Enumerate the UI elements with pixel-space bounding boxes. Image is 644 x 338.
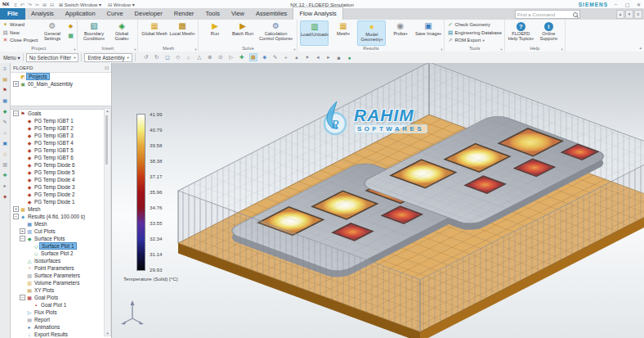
resource-bar-icon[interactable]: ◆ xyxy=(3,109,7,114)
ribbon-mini-button[interactable]: ▦ xyxy=(66,32,74,40)
maximize-button[interactable]: ▢ xyxy=(624,2,631,7)
tree-item-mesh[interactable]: ▦Mesh xyxy=(11,220,105,228)
cut-icon[interactable]: ✂ xyxy=(35,2,39,7)
close-button[interactable]: ✕ xyxy=(635,2,642,7)
toolbar-icon[interactable]: ↺ xyxy=(143,54,150,61)
tab-assemblies[interactable]: Assemblies xyxy=(250,8,293,20)
scrollbar-thumb[interactable] xyxy=(105,115,108,164)
tree-item-volume-parameters[interactable]: ▥Volume Parameters xyxy=(11,279,105,286)
tree-item-point-parameters[interactable]: ＋Point Parameters xyxy=(11,264,105,272)
ribbon-button-run[interactable]: ▶Run xyxy=(201,20,228,44)
ribbon-button-boundary-condition[interactable]: ▧Boundary Condition▾ xyxy=(80,20,107,44)
tree-item-results-4-fld-100-000-s-[interactable]: −◈Results (4.fld, 100.000 s) xyxy=(11,213,105,220)
tree-item-mesh[interactable]: +▦Mesh xyxy=(11,205,105,213)
ribbon-button-engineering-database[interactable]: ▤Engineering Database xyxy=(447,29,501,37)
tab-analysis[interactable]: Analysis xyxy=(25,8,60,20)
tree-item-isosurfaces[interactable]: △Isosurfaces xyxy=(11,257,105,264)
toolbar-icon[interactable]: ◇ xyxy=(175,54,181,61)
search-options-button[interactable]: ≡ xyxy=(634,10,642,19)
toolbar-icon[interactable]: ○ xyxy=(186,55,192,61)
tree-item-xy-plots[interactable]: ▤XY Plots xyxy=(11,286,105,294)
undo-icon[interactable]: ↶ xyxy=(20,2,25,7)
pin-icon[interactable]: ⊡ xyxy=(105,65,109,70)
tree-item-pg-temp-diode-4[interactable]: ◆PG Temp Diode 4 xyxy=(11,176,105,183)
ribbon-button-save-image[interactable]: ▣Save Image▾ xyxy=(414,20,441,44)
resource-bar-icon[interactable]: ▥ xyxy=(2,162,7,167)
toolbar-icon[interactable]: ✎ xyxy=(272,54,279,61)
ribbon-button-probe[interactable]: ◉Probe▾ xyxy=(387,20,414,44)
ribbon-collapse-icon[interactable]: ▴ xyxy=(639,45,642,50)
toolbar-icon[interactable]: △ xyxy=(196,54,203,61)
resource-bar-icon[interactable]: ▦ xyxy=(2,98,7,103)
tree-item-goal-plot-1[interactable]: ▪Goal Plot 1 xyxy=(11,301,105,309)
scroll-down-icon[interactable]: ▼ xyxy=(105,331,110,336)
tree-item-pg-temp-diode-2[interactable]: ◆PG Temp Diode 2 xyxy=(11,191,105,198)
find-command-input[interactable]: Find a Command xyxy=(515,10,580,19)
ribbon-button-new[interactable]: ▤New xyxy=(2,29,38,37)
tree-item-report[interactable]: ▤Report xyxy=(11,316,105,323)
tree-expander-icon[interactable]: − xyxy=(20,295,25,300)
search-next-button[interactable]: ▾ xyxy=(625,10,633,19)
tree-expander-icon[interactable]: − xyxy=(20,236,25,241)
tree-item-pg-temp-igbt-1[interactable]: ◆PG Temp IGBT 1 xyxy=(11,117,105,124)
tree-item-pg-temp-diode-1[interactable]: ◆PG Temp Diode 1 xyxy=(11,198,105,205)
toolbar-icon[interactable]: ⊙ xyxy=(217,54,224,61)
ribbon-button-rom-export[interactable]: ⇗ROM Export▾ xyxy=(447,37,501,44)
ribbon-button-global-goals[interactable]: ◈Global Goals▾ xyxy=(108,20,135,44)
ribbon-button-online-support[interactable]: iOnline Support▾ xyxy=(535,20,562,44)
toolbar-icon[interactable]: ▾ xyxy=(304,54,311,61)
ribbon-button-mesh[interactable]: ▦Mesh▾ xyxy=(329,20,356,44)
tab-file[interactable]: File xyxy=(0,8,25,20)
ribbon-mini-button[interactable]: ◆ xyxy=(66,22,74,30)
tree-item-00-main-assembly[interactable]: +▣00_Main_Assembly xyxy=(11,80,105,88)
toolbar-icon[interactable]: ▸ xyxy=(325,54,332,61)
switch-window-menu[interactable]: ⊞ Switch Window ▾ xyxy=(59,2,101,7)
toolbar-icon[interactable]: ＋ xyxy=(283,54,289,61)
resource-bar-icon[interactable]: ⚑ xyxy=(2,88,7,92)
tree-item-pg-temp-diode-3[interactable]: ◆PG Temp Diode 3 xyxy=(11,183,105,191)
tree-item-export-results[interactable]: ↓Export Results xyxy=(11,331,105,338)
ribbon-button-floefd-help-topics[interactable]: ?FLOEFD Help Topics▾ xyxy=(508,20,534,44)
tab-view[interactable]: View xyxy=(226,8,250,20)
tree-item-projects[interactable]: ◩Projects xyxy=(11,73,105,80)
tree-item-pg-temp-igbt-5[interactable]: ◆PG Temp IGBT 5 xyxy=(11,146,105,154)
ribbon-button-close-project[interactable]: ✕Close Project xyxy=(2,37,38,44)
toolbar-icon[interactable]: ▴ xyxy=(293,54,300,61)
resource-bar-icon[interactable]: ✚ xyxy=(2,173,7,178)
toolbar-icon[interactable]: ◂ xyxy=(315,54,321,61)
selection-filter-dropdown[interactable]: No Selection Filter▾ xyxy=(26,53,79,62)
resource-bar-icon[interactable]: ◈ xyxy=(3,194,7,199)
search-prev-button[interactable]: ▴ xyxy=(616,10,624,19)
resource-bar-icon[interactable]: ▤ xyxy=(2,77,7,82)
tree-item-goal-plots[interactable]: −▦Goal Plots xyxy=(11,294,105,301)
resource-bar-icon[interactable]: ▸ xyxy=(3,183,6,188)
tab-flow-analysis[interactable]: Flow Analysis xyxy=(293,7,342,20)
tree-item-pg-temp-igbt-3[interactable]: ◆PG Temp IGBT 3 xyxy=(11,132,105,139)
tab-curve[interactable]: Curve xyxy=(101,8,129,20)
scroll-up-icon[interactable]: ▲ xyxy=(105,109,110,113)
ribbon-button-calculation-control-options[interactable]: ⚙Calculation Control Options▾ xyxy=(257,20,294,44)
tree-expander-icon[interactable]: + xyxy=(13,81,19,87)
toolbar-icon[interactable]: ↻ xyxy=(154,54,160,61)
tree-item-pg-temp-diode-6[interactable]: ◆PG Temp Diode 6 xyxy=(11,161,105,169)
tree-scrollbar[interactable]: ▲ ▼ xyxy=(104,108,111,336)
toolbar-icon[interactable]: ▦ xyxy=(249,53,257,61)
ribbon-button-batch-run[interactable]: ▶Batch Run xyxy=(229,20,256,44)
resource-bar-icon[interactable]: ✎ xyxy=(2,119,7,124)
tree-item-surface-plots[interactable]: −◆Surface Plots xyxy=(11,235,105,242)
toolbar-icon[interactable]: ● xyxy=(347,55,353,61)
toolbar-icon[interactable]: ⊕ xyxy=(207,54,213,61)
tab-developer[interactable]: Developer xyxy=(129,8,168,20)
ribbon-button-general-settings[interactable]: ⚙General Settings xyxy=(38,20,65,44)
tab-application[interactable]: Application xyxy=(60,8,101,20)
window-cascade-icon[interactable]: ⊟ xyxy=(50,2,54,7)
menu-icon[interactable]: ≡ xyxy=(14,2,17,7)
tree-item-pg-temp-igbt-2[interactable]: ◆PG Temp IGBT 2 xyxy=(11,124,105,132)
tab-tools[interactable]: Tools xyxy=(199,8,226,20)
menu-dropdown[interactable]: Menu ▾ xyxy=(3,55,20,61)
graphics-viewport[interactable]: Temperature (Solid) [°C] 41.9940.7939.58… xyxy=(112,63,644,338)
toolbar-icon[interactable]: ◻ xyxy=(164,54,171,61)
ribbon-button-load-unload[interactable]: ▥Load/Unload▾ xyxy=(300,20,329,46)
redo-icon[interactable]: ↷ xyxy=(28,2,32,7)
tree-item-goals[interactable]: −⚑Goals xyxy=(11,110,105,117)
